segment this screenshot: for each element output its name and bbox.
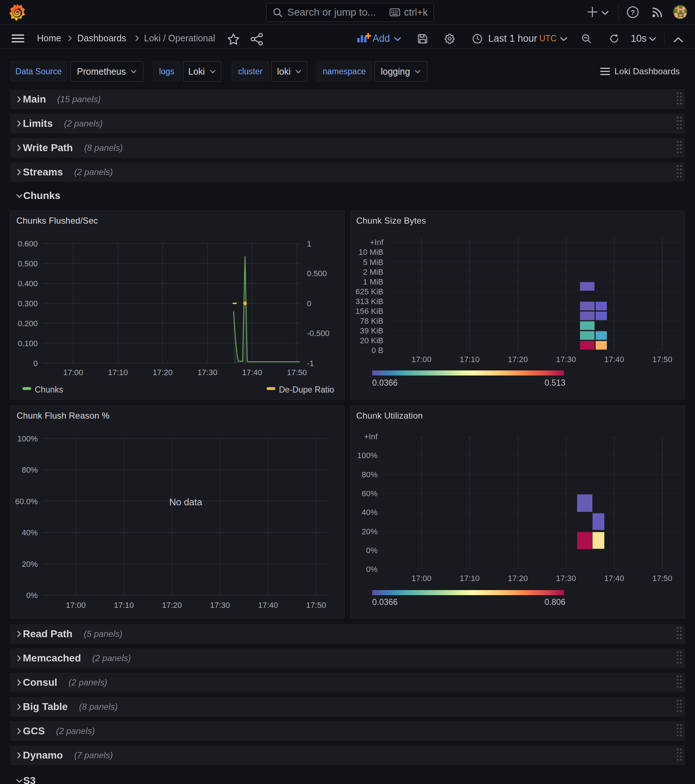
svg-text:0: 0 — [33, 359, 38, 368]
svg-text:17:00: 17:00 — [411, 574, 431, 583]
svg-text:10 MiB: 10 MiB — [359, 247, 383, 257]
svg-text:60%: 60% — [362, 489, 378, 498]
svg-text:0.300: 0.300 — [18, 299, 38, 308]
svg-text:+Inf: +Inf — [370, 238, 384, 247]
svg-text:17:30: 17:30 — [556, 574, 576, 583]
svg-text:39 KiB: 39 KiB — [360, 326, 383, 335]
svg-text:0.0366: 0.0366 — [372, 378, 398, 387]
svg-text:0: 0 — [307, 299, 311, 308]
svg-text:17:20: 17:20 — [508, 574, 528, 583]
svg-text:0.500: 0.500 — [18, 259, 38, 268]
svg-text:0.400: 0.400 — [18, 279, 38, 288]
svg-text:20%: 20% — [362, 527, 378, 536]
svg-text:0 B: 0 B — [371, 346, 383, 355]
svg-text:40%: 40% — [362, 508, 378, 517]
svg-text:17:50: 17:50 — [287, 368, 307, 377]
svg-text:313 KiB: 313 KiB — [355, 297, 383, 306]
svg-text:?: ? — [631, 9, 635, 16]
svg-text:40%: 40% — [22, 528, 38, 537]
svg-text:Chunks: Chunks — [35, 385, 63, 394]
svg-text:0%: 0% — [366, 546, 378, 555]
svg-text:17:40: 17:40 — [604, 574, 624, 583]
svg-text:No data: No data — [169, 497, 202, 507]
svg-text:17:10: 17:10 — [108, 368, 128, 377]
svg-text:100%: 100% — [357, 451, 378, 460]
svg-text:0.500: 0.500 — [307, 269, 327, 278]
svg-text:17:50: 17:50 — [652, 355, 672, 364]
svg-text:0.100: 0.100 — [18, 339, 38, 348]
svg-text:17:20: 17:20 — [508, 355, 528, 364]
svg-text:0.600: 0.600 — [18, 239, 38, 248]
svg-text:17:30: 17:30 — [210, 601, 230, 609]
svg-text:20%: 20% — [22, 560, 38, 569]
svg-text:80%: 80% — [362, 470, 378, 479]
svg-text:5 MiB: 5 MiB — [363, 258, 383, 267]
svg-text:17:40: 17:40 — [604, 355, 624, 364]
svg-text:17:10: 17:10 — [460, 355, 480, 364]
svg-text:60.0%: 60.0% — [15, 497, 38, 506]
svg-text:17:00: 17:00 — [63, 368, 83, 377]
svg-text:78 KiB: 78 KiB — [360, 316, 383, 326]
svg-text:17:40: 17:40 — [258, 601, 278, 609]
svg-text:0%: 0% — [26, 591, 38, 600]
svg-text:0.200: 0.200 — [18, 319, 38, 328]
svg-text:17:30: 17:30 — [556, 355, 576, 364]
svg-text:0.513: 0.513 — [545, 378, 566, 387]
svg-text:17:20: 17:20 — [162, 601, 182, 609]
svg-text:-1: -1 — [307, 359, 314, 368]
svg-text:17:50: 17:50 — [652, 574, 672, 583]
svg-text:17:00: 17:00 — [411, 355, 431, 364]
svg-text:100%: 100% — [17, 434, 38, 443]
svg-text:-0.500: -0.500 — [307, 329, 329, 338]
svg-text:625 KiB: 625 KiB — [355, 287, 383, 296]
svg-text:17:50: 17:50 — [306, 601, 326, 609]
svg-text:17:00: 17:00 — [66, 601, 86, 609]
svg-text:0.0366: 0.0366 — [372, 597, 398, 607]
svg-text:2 MiB: 2 MiB — [363, 267, 383, 277]
svg-text:17:20: 17:20 — [153, 368, 173, 377]
svg-text:0.806: 0.806 — [545, 597, 566, 607]
svg-text:80%: 80% — [22, 465, 38, 474]
svg-text:20 KiB: 20 KiB — [360, 336, 383, 345]
svg-text:1 MiB: 1 MiB — [363, 277, 383, 287]
svg-text:De-Dupe Ratio: De-Dupe Ratio — [279, 385, 334, 394]
svg-text:17:30: 17:30 — [197, 368, 217, 377]
svg-text:17:10: 17:10 — [114, 601, 134, 609]
svg-text:0%: 0% — [366, 565, 378, 574]
svg-text:156 KiB: 156 KiB — [355, 306, 383, 316]
svg-text:17:10: 17:10 — [460, 574, 480, 583]
svg-text:+Inf: +Inf — [364, 432, 378, 441]
svg-text:17:40: 17:40 — [242, 368, 262, 377]
svg-text:1: 1 — [307, 239, 311, 248]
